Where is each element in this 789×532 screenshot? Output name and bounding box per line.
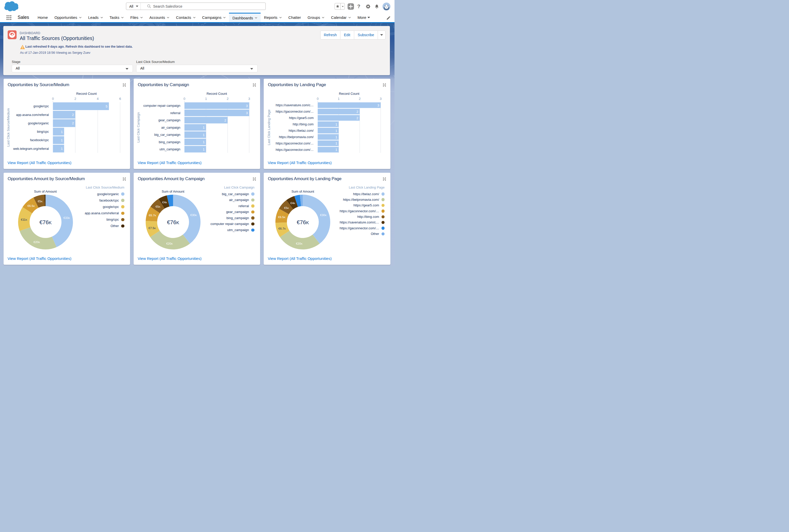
svg-text:Last Click Campaign: Last Click Campaign bbox=[136, 112, 140, 142]
svg-text:€5K: €5K bbox=[284, 206, 289, 209]
svg-text:€20K: €20K bbox=[166, 242, 173, 245]
svg-text:3: 3 bbox=[380, 97, 382, 100]
svg-text:1: 1 bbox=[335, 129, 337, 132]
svg-text:https://gear5.com: https://gear5.com bbox=[289, 116, 314, 120]
svg-text:€6.7K: €6.7K bbox=[149, 213, 156, 217]
svg-text:Last Click Landing Page: Last Click Landing Page bbox=[267, 109, 271, 145]
svg-text:Record Count: Record Count bbox=[206, 92, 227, 96]
svg-text:Record Count: Record Count bbox=[76, 92, 97, 96]
svg-text:bing_campaign: bing_campaign bbox=[159, 140, 180, 144]
svg-text:1: 1 bbox=[203, 133, 204, 137]
svg-text:big_car_campaign: big_car_campaign bbox=[154, 133, 180, 137]
svg-text:https://belpromavia.com/: https://belpromavia.com/ bbox=[279, 135, 314, 139]
svg-text:0: 0 bbox=[183, 97, 185, 100]
svg-text:1: 1 bbox=[203, 126, 204, 129]
svg-text:€4K: €4K bbox=[291, 201, 296, 205]
svg-text:2: 2 bbox=[359, 97, 361, 100]
svg-text:bing/cpc: bing/cpc bbox=[37, 130, 49, 134]
svg-text:1: 1 bbox=[203, 147, 204, 151]
svg-text:https://gaconnector.com/…: https://gaconnector.com/… bbox=[276, 148, 314, 151]
svg-text:app.asana.com/referral: app.asana.com/referral bbox=[16, 113, 49, 116]
svg-text:2: 2 bbox=[74, 97, 76, 100]
svg-text:€33K: €33K bbox=[63, 216, 70, 220]
svg-text:€20K: €20K bbox=[33, 240, 40, 244]
svg-text:1: 1 bbox=[335, 122, 337, 126]
svg-text:3: 3 bbox=[378, 103, 379, 107]
svg-text:1: 1 bbox=[205, 97, 207, 100]
svg-text:1: 1 bbox=[337, 97, 340, 100]
svg-text:http://bing.com: http://bing.com bbox=[293, 122, 314, 126]
svg-text:€76K: €76K bbox=[297, 219, 309, 226]
svg-text:€11K: €11K bbox=[21, 218, 27, 221]
svg-text:€20K: €20K bbox=[296, 242, 303, 245]
svg-text:3: 3 bbox=[246, 104, 247, 108]
svg-text:4: 4 bbox=[97, 97, 98, 100]
svg-text:€76K: €76K bbox=[39, 219, 52, 226]
svg-text:€5K: €5K bbox=[155, 205, 161, 208]
svg-text:1: 1 bbox=[203, 140, 204, 144]
svg-text:google/organic: google/organic bbox=[28, 121, 49, 125]
svg-text:5: 5 bbox=[106, 104, 107, 108]
svg-text:€5K: €5K bbox=[37, 200, 42, 203]
svg-text:2: 2 bbox=[72, 113, 74, 117]
svg-text:referral: referral bbox=[170, 111, 180, 115]
svg-text:facebook/cpc: facebook/cpc bbox=[30, 138, 49, 142]
svg-text:1: 1 bbox=[335, 135, 337, 139]
svg-text:€6.5K: €6.5K bbox=[27, 204, 35, 207]
svg-text:3: 3 bbox=[248, 97, 250, 100]
svg-text:2: 2 bbox=[227, 97, 228, 100]
svg-text:https://gaconnector.com/…: https://gaconnector.com/… bbox=[276, 110, 314, 113]
svg-text:0: 0 bbox=[317, 97, 318, 100]
svg-text:0: 0 bbox=[52, 97, 54, 100]
svg-text:1: 1 bbox=[335, 141, 337, 145]
svg-text:1: 1 bbox=[61, 130, 62, 134]
svg-text:€6.7K: €6.7K bbox=[278, 227, 286, 230]
svg-text:google/cpc: google/cpc bbox=[33, 104, 49, 108]
svg-text:3: 3 bbox=[246, 111, 247, 115]
svg-text:2: 2 bbox=[356, 110, 358, 113]
svg-text:1: 1 bbox=[61, 147, 62, 151]
svg-text:1: 1 bbox=[335, 148, 337, 152]
svg-text:€7.5K: €7.5K bbox=[148, 226, 156, 230]
svg-text:Last Click Source/Medium: Last Click Source/Medium bbox=[6, 108, 10, 147]
svg-text:6: 6 bbox=[119, 97, 121, 100]
svg-text:utm_campaign: utm_campaign bbox=[159, 148, 180, 151]
svg-text:€30K: €30K bbox=[190, 213, 197, 216]
svg-text:1: 1 bbox=[61, 138, 62, 142]
svg-text:€30K: €30K bbox=[320, 213, 327, 216]
svg-text:2: 2 bbox=[72, 121, 74, 125]
svg-text:computer repair campaign: computer repair campaign bbox=[143, 104, 180, 108]
svg-text:https://belaz.com/: https://belaz.com/ bbox=[289, 129, 314, 132]
svg-text:gear_campaign: gear_campaign bbox=[158, 118, 180, 122]
svg-text:https://savenature.com/c…: https://savenature.com/c… bbox=[276, 103, 314, 107]
svg-text:€76K: €76K bbox=[167, 219, 179, 226]
svg-text:air_campaign: air_campaign bbox=[161, 126, 180, 129]
svg-text:2: 2 bbox=[224, 118, 226, 122]
svg-text:€4K: €4K bbox=[162, 201, 167, 204]
svg-text:€6.5K: €6.5K bbox=[278, 215, 286, 218]
svg-text:https://gaconnector.com/…: https://gaconnector.com/… bbox=[276, 141, 314, 145]
svg-text:2: 2 bbox=[356, 116, 358, 120]
svg-text:Record Count: Record Count bbox=[339, 92, 360, 96]
svg-text:web.telegram.org/referral: web.telegram.org/referral bbox=[13, 147, 49, 150]
